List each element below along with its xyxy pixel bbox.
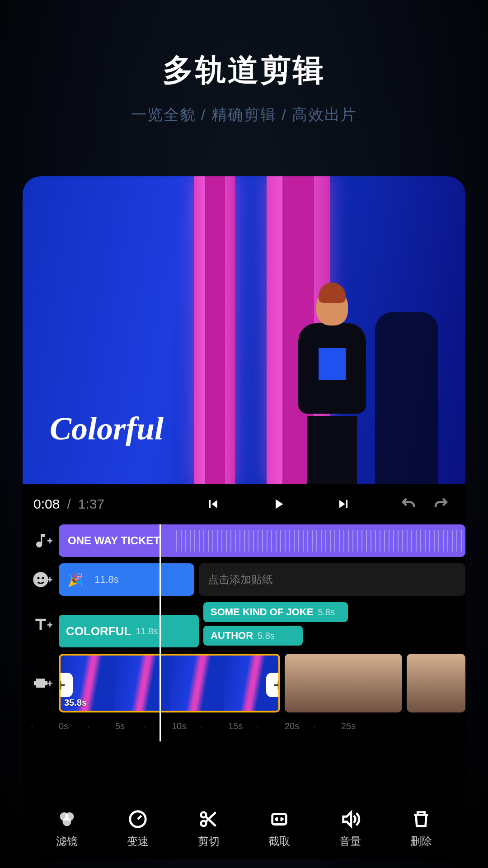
speed-tool[interactable]: 变速 xyxy=(103,798,174,859)
plus-icon: + xyxy=(47,538,55,546)
music-clip-label: ONE WAY TICKET xyxy=(68,534,160,547)
undo-icon xyxy=(400,496,417,512)
music-track: + ONE WAY TICKET xyxy=(23,524,465,557)
preview-decor xyxy=(289,289,375,484)
text-clip-sub2[interactable]: AUTHOR 5.8s xyxy=(203,626,303,646)
play-button[interactable] xyxy=(265,491,292,518)
bottom-toolbar: 滤镜 变速 剪切 截取 音量 删除 xyxy=(23,798,465,859)
video-track: + + + 35.8s xyxy=(23,654,465,712)
text-track: + COLORFUL 11.8s SOME KIND OF JOKE 5.8s … xyxy=(23,602,465,647)
plus-icon: + xyxy=(47,577,55,585)
filter-icon xyxy=(56,809,77,830)
total-time: 1:37 xyxy=(78,496,104,512)
volume-tool[interactable]: 音量 xyxy=(315,798,386,859)
speed-icon xyxy=(127,809,148,830)
transport-bar: 0:08 / 1:37 xyxy=(23,484,465,524)
svg-rect-4 xyxy=(34,679,36,681)
sticker-duration: 11.8s xyxy=(94,574,119,585)
video-clip-selected[interactable]: + + 35.8s xyxy=(59,654,280,712)
svg-rect-5 xyxy=(34,685,36,688)
cut-tool[interactable]: 剪切 xyxy=(173,798,244,859)
delete-tool[interactable]: 删除 xyxy=(385,798,456,859)
video-clip[interactable] xyxy=(285,654,402,712)
redo-icon xyxy=(433,496,449,512)
time-ruler: 0s 5s 10s 15s 20s 25s xyxy=(23,717,465,735)
preview-overlay-text: Colorful xyxy=(50,410,164,448)
svg-point-12 xyxy=(201,812,206,817)
text-clip-label: SOME KIND OF JOKE xyxy=(211,606,313,618)
preview-decor xyxy=(194,176,235,484)
video-preview[interactable]: Colorful xyxy=(23,176,465,484)
add-text-button[interactable]: + xyxy=(23,616,59,634)
scissors-icon xyxy=(198,809,219,830)
filter-tool[interactable]: 滤镜 xyxy=(32,798,103,859)
add-music-button[interactable]: + xyxy=(23,532,59,550)
sticker-track: + 🎉 11.8s 点击添加贴纸 xyxy=(23,563,465,596)
tool-label: 剪切 xyxy=(198,834,220,849)
trash-icon xyxy=(411,809,432,830)
app-title: 多轨道剪辑 xyxy=(0,50,488,91)
text-clip-duration: 5.8s xyxy=(258,631,275,641)
svg-point-0 xyxy=(33,572,48,587)
playhead[interactable] xyxy=(160,524,161,741)
crop-tool[interactable]: 截取 xyxy=(244,798,315,859)
music-clip[interactable]: ONE WAY TICKET xyxy=(59,524,465,557)
video-clip[interactable] xyxy=(407,654,465,712)
current-time: 0:08 xyxy=(33,496,60,512)
app-subtitle: 一览全貌 / 精确剪辑 / 高效出片 xyxy=(0,104,488,125)
redo-button[interactable] xyxy=(427,491,455,518)
play-icon xyxy=(270,496,286,512)
sticker-hint[interactable]: 点击添加贴纸 xyxy=(199,563,465,596)
crop-icon xyxy=(269,809,290,830)
skip-previous-icon xyxy=(205,496,221,512)
add-sticker-button[interactable]: + xyxy=(23,571,59,589)
preview-decor xyxy=(375,312,438,484)
svg-point-10 xyxy=(63,817,71,826)
svg-point-2 xyxy=(42,577,44,579)
skip-next-icon xyxy=(335,496,352,512)
text-clip-duration: 11.8s xyxy=(136,626,158,637)
text-clip-duration: 5.8s xyxy=(318,607,335,618)
plus-icon: + xyxy=(47,680,55,689)
plus-icon: + xyxy=(47,622,55,630)
tool-label: 截取 xyxy=(268,834,290,849)
svg-point-1 xyxy=(38,577,40,579)
text-clip-main[interactable]: COLORFUL 11.8s xyxy=(59,615,199,647)
video-clip-duration: 35.8s xyxy=(64,698,87,708)
tool-label: 删除 xyxy=(410,834,432,849)
time-separator: / xyxy=(67,496,70,512)
svg-rect-14 xyxy=(272,814,286,824)
clip-handle-left[interactable]: + xyxy=(59,673,73,697)
text-clip-label: COLORFUL xyxy=(66,624,131,638)
timeline-tracks: + ONE WAY TICKET + 🎉 11.8s 点击添加贴纸 xyxy=(23,524,465,735)
tool-label: 滤镜 xyxy=(56,834,78,849)
tool-label: 音量 xyxy=(339,834,361,849)
sticker-clip[interactable]: 🎉 11.8s xyxy=(59,563,194,596)
undo-button[interactable] xyxy=(395,491,422,518)
sticker-emoji: 🎉 xyxy=(68,572,84,587)
svg-point-13 xyxy=(201,821,206,826)
prev-button[interactable] xyxy=(200,491,227,518)
volume-icon xyxy=(340,809,361,830)
add-video-button[interactable]: + xyxy=(23,674,59,692)
ruler-tick: 25s xyxy=(341,721,398,731)
clip-handle-right[interactable]: + xyxy=(266,673,280,697)
tool-label: 变速 xyxy=(127,834,149,849)
text-clip-sub1[interactable]: SOME KIND OF JOKE 5.8s xyxy=(203,602,348,622)
next-button[interactable] xyxy=(330,491,357,518)
text-clip-label: AUTHOR xyxy=(211,630,253,642)
editor-frame: Colorful 0:08 / 1:37 + xyxy=(23,176,465,859)
